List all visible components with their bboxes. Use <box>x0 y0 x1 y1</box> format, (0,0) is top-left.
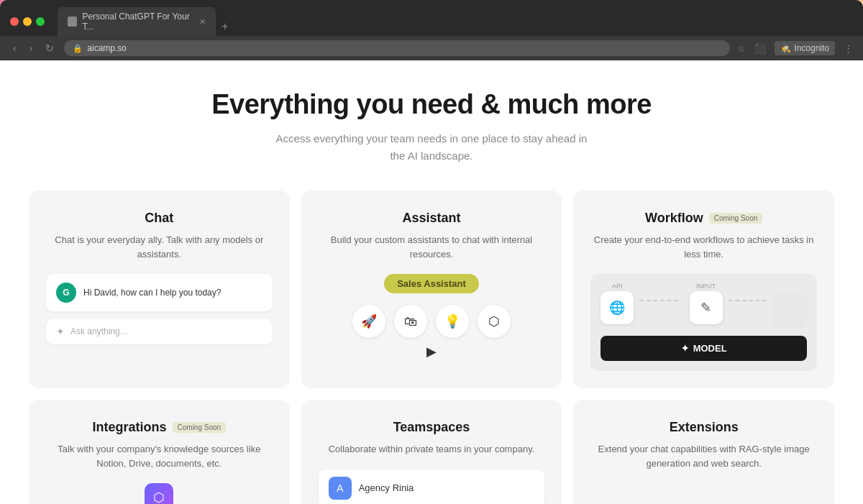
teamspaces-card[interactable]: Teamspaces Collaborate within private te… <box>301 400 562 504</box>
chat-card-desc: Chat is your everyday ally. Talk with an… <box>46 233 273 261</box>
teamspace-icon: A <box>329 477 352 500</box>
refresh-button[interactable]: ↻ <box>42 41 57 55</box>
cursor-icon: ▶ <box>426 344 437 359</box>
workflow-preview: API 🌐 INPUT ✎ ✦ MODEL <box>590 274 817 371</box>
teamspaces-card-desc: Collaborate within private teams in your… <box>319 442 545 457</box>
address-bar[interactable]: 🔒 aicamp.so <box>64 40 730 56</box>
cards-grid: Chat Chat is your everyday ally. Talk wi… <box>29 191 834 388</box>
integrations-card[interactable]: Integrations Coming Soon Talk with your … <box>29 400 290 504</box>
bookmark-icon[interactable]: ☆ <box>737 43 746 54</box>
browser-toolbar: ‹ › ↻ 🔒 aicamp.so ☆ ⬛ 🕵 Incognito ⋮ <box>0 36 863 60</box>
incognito-button[interactable]: 🕵 Incognito <box>775 41 835 55</box>
workflow-card-desc: Create your end-to-end workflows to achi… <box>590 233 817 261</box>
new-tab-button[interactable]: + <box>216 17 234 36</box>
workflow-card[interactable]: Workflow Coming Soon Create your end-to-… <box>573 191 834 388</box>
chat-card[interactable]: Chat Chat is your everyday ally. Talk wi… <box>29 191 290 388</box>
tab-favicon <box>68 17 77 27</box>
assistant-card-title: Assistant <box>319 211 545 226</box>
back-button[interactable]: ‹ <box>10 41 19 55</box>
assistant-label: Sales Assistant <box>384 274 479 293</box>
page-title: Everything you need & much more <box>29 89 834 120</box>
bottom-row: Integrations Coming Soon Talk with your … <box>29 400 834 504</box>
traffic-lights <box>10 17 45 26</box>
chat-message-text: Hi David, how can I help you today? <box>83 288 221 298</box>
extensions-card[interactable]: Extensions Extend your chat capabilities… <box>573 400 834 504</box>
integrations-preview: ⬡ <box>46 483 273 504</box>
page-content: Everything you need & much more Access e… <box>0 60 863 504</box>
wf-model-label: MODEL <box>693 343 727 354</box>
integrations-card-desc: Talk with your company's knowledge sourc… <box>46 442 273 470</box>
teamspaces-card-title: Teamspaces <box>319 420 545 435</box>
integrations-coming-soon-badge: Coming Soon <box>173 422 227 433</box>
chat-input-preview[interactable]: ✦ Ask anything... <box>46 319 273 344</box>
tab-close-icon[interactable]: ✕ <box>199 17 206 27</box>
wf-output-box <box>772 294 807 329</box>
assistant-icons-row: 🚀 🛍 💡 ⬡ <box>352 305 511 338</box>
spark-icon: ✦ <box>56 326 65 337</box>
chat-message-preview: G Hi David, how can I help you today? <box>46 274 273 311</box>
workflow-card-title: Workflow Coming Soon <box>590 211 817 226</box>
wf-model-button[interactable]: ✦ MODEL <box>601 336 807 361</box>
chat-card-title: Chat <box>46 211 273 226</box>
tab-title: Personal ChatGPT For Your T... <box>83 12 191 32</box>
workflow-coming-soon-badge: Coming Soon <box>709 213 763 224</box>
teamspace-preview: A Agency Rinia <box>319 469 545 505</box>
maximize-button[interactable] <box>36 17 45 26</box>
wf-api-node: API 🌐 <box>601 283 634 324</box>
input-placeholder-text: Ask anything... <box>70 326 127 336</box>
assistant-card-desc: Build your custom assistants to chat wit… <box>319 233 545 261</box>
wf-globe-icon: 🌐 <box>601 291 634 324</box>
integrations-card-title: Integrations Coming Soon <box>46 420 273 435</box>
wf-edit-icon: ✎ <box>690 291 723 324</box>
active-tab[interactable]: Personal ChatGPT For Your T... ✕ <box>58 7 216 36</box>
assistant-card[interactable]: Assistant Build your custom assistants t… <box>301 191 562 388</box>
extensions-card-desc: Extend your chat capabilities with RAG-s… <box>590 442 817 470</box>
extensions-card-title: Extensions <box>590 420 817 435</box>
shop-icon: 🛍 <box>394 305 427 338</box>
wf-spark-icon: ✦ <box>681 343 689 354</box>
close-button[interactable] <box>10 17 19 26</box>
wf-connector <box>639 300 677 301</box>
minimize-button[interactable] <box>23 17 32 26</box>
incognito-icon: 🕵 <box>780 43 791 53</box>
lightbulb-icon: 💡 <box>436 305 469 338</box>
assistant-preview: Sales Assistant 🚀 🛍 💡 ⬡ ▶ <box>319 274 545 359</box>
chat-avatar: G <box>56 283 76 303</box>
wf-connector2 <box>729 300 767 301</box>
integration-logo-icon: ⬡ <box>145 483 173 504</box>
browser-chrome: Personal ChatGPT For Your T... ✕ + ‹ › ↻… <box>0 0 863 60</box>
teamspace-name: Agency Rinia <box>359 482 414 493</box>
forward-button[interactable]: › <box>27 41 36 55</box>
tabs-row: Personal ChatGPT For Your T... ✕ + <box>58 7 817 36</box>
cube-icon: ⬡ <box>478 305 511 338</box>
toolbar-right: ☆ ⬛ 🕵 Incognito ⋮ <box>737 41 853 55</box>
hero-subtitle: Access everything your team needs in one… <box>29 130 834 165</box>
browser-titlebar: Personal ChatGPT For Your T... ✕ + <box>0 0 863 36</box>
menu-icon[interactable]: ⋮ <box>844 43 853 54</box>
url-text: aicamp.so <box>87 43 127 53</box>
rocket-icon: 🚀 <box>352 305 385 338</box>
extensions-icon[interactable]: ⬛ <box>754 43 766 54</box>
incognito-label: Incognito <box>794 43 829 53</box>
wf-input-node: INPUT ✎ <box>690 283 723 324</box>
hero-section: Everything you need & much more Access e… <box>29 89 834 165</box>
